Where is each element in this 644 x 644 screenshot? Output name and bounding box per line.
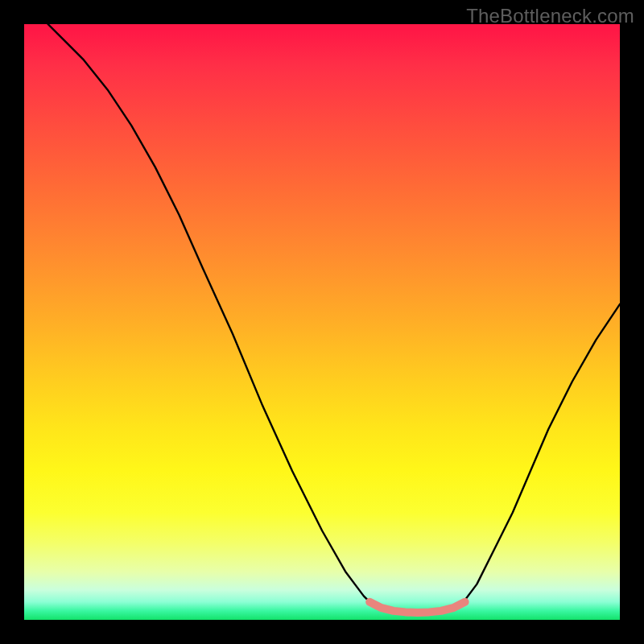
watermark-text: TheBottleneck.com: [466, 5, 634, 27]
bottleneck-curve: [48, 24, 620, 613]
chart-overlay: [24, 24, 620, 620]
outer-frame: TheBottleneck.com: [0, 0, 644, 644]
valley-highlight: [369, 602, 464, 613]
plot-area: [24, 24, 620, 620]
